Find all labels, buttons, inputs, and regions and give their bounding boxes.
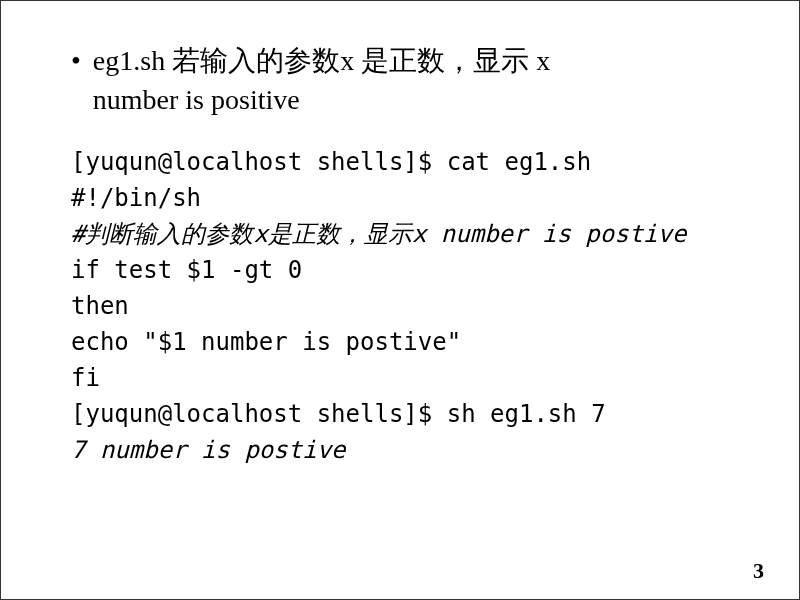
bullet-item: • eg1.sh 若输入的参数x 是正数，显示 x number is posi…: [71, 41, 729, 119]
bullet-text: eg1.sh 若输入的参数x 是正数，显示 x number is positi…: [93, 41, 550, 119]
slide-content: • eg1.sh 若输入的参数x 是正数，显示 x number is posi…: [1, 1, 799, 488]
terminal-line: fi: [71, 360, 729, 396]
terminal-line: then: [71, 288, 729, 324]
terminal-line: 7 number is postive: [71, 432, 729, 468]
bullet-line2: number is positive: [93, 84, 300, 115]
terminal-line: if test $1 -gt 0: [71, 252, 729, 288]
terminal-line: [yuqun@localhost shells]$ cat eg1.sh: [71, 144, 729, 180]
terminal-line: #判断输入的参数x是正数，显示x number is postive: [71, 216, 729, 252]
page-number: 3: [753, 558, 764, 584]
terminal-line: echo "$1 number is postive": [71, 324, 729, 360]
terminal-line: [yuqun@localhost shells]$ sh eg1.sh 7: [71, 396, 729, 432]
terminal-output: [yuqun@localhost shells]$ cat eg1.sh #!/…: [71, 144, 729, 468]
bullet-line1: eg1.sh 若输入的参数x 是正数，显示 x: [93, 45, 550, 76]
terminal-line: #!/bin/sh: [71, 180, 729, 216]
bullet-marker: •: [71, 41, 81, 80]
